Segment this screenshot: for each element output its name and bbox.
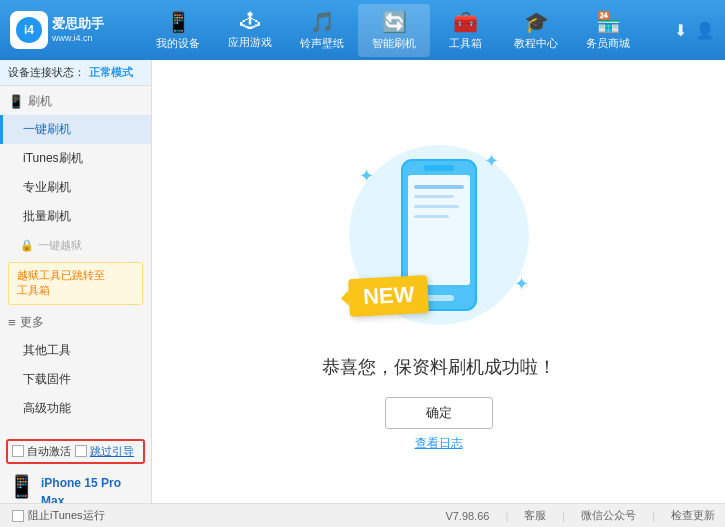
svg-rect-3: [408, 175, 470, 285]
store-nav-icon: 🏪: [596, 10, 621, 34]
guide-skip-checkbox-label[interactable]: 跳过引导: [75, 444, 134, 459]
status-bar: 设备连接状态： 正常模式: [0, 60, 151, 86]
new-badge: NEW: [348, 275, 429, 317]
sparkle-icon-2: ✦: [484, 150, 499, 172]
nav-smart-flash[interactable]: 🔄 智能刷机: [358, 4, 430, 57]
block-itunes-checkbox[interactable]: [12, 510, 24, 522]
footer-customer-service[interactable]: 客服: [524, 508, 546, 523]
footer-check-update[interactable]: 检查更新: [671, 508, 715, 523]
block-itunes-label[interactable]: 阻止iTunes运行: [10, 505, 107, 526]
device-phone-icon: 📱: [8, 474, 35, 500]
svg-rect-7: [414, 195, 454, 198]
tutorial-nav-label: 教程中心: [514, 36, 558, 51]
account-button[interactable]: 👤: [695, 21, 715, 40]
auto-buttons-group: 自动激活 跳过引导: [6, 439, 145, 464]
more-section-icon: ≡: [8, 315, 16, 330]
store-nav-label: 务员商城: [586, 36, 630, 51]
footer-version: V7.98.66: [445, 510, 489, 522]
sidebar-more-section: ≡ 更多 其他工具 下载固件 高级功能: [0, 309, 151, 423]
sidebar-jailbreak-section: 🔒 一键越狱 越狱工具已跳转至工具箱: [0, 233, 151, 305]
nav-store[interactable]: 🏪 务员商城: [572, 4, 644, 57]
ringtone-nav-icon: 🎵: [310, 10, 335, 34]
footer-wechat[interactable]: 微信公众号: [581, 508, 636, 523]
device-nav-label: 我的设备: [156, 36, 200, 51]
sidebar-more-header: ≡ 更多: [0, 309, 151, 336]
sparkle-icon-1: ✦: [359, 165, 374, 187]
logo-text: 爱思助手 www.i4.cn: [52, 16, 104, 45]
nav-bar: 📱 我的设备 🕹 应用游戏 🎵 铃声壁纸 🔄 智能刷机 🧰 工具箱 🎓 教程中心…: [120, 4, 666, 57]
flash-nav-label: 智能刷机: [372, 36, 416, 51]
nav-toolbox[interactable]: 🧰 工具箱: [430, 4, 500, 57]
sidebar: 设备连接状态： 正常模式 📱 刷机 一键刷机 iTunes刷机 专业刷机 批量刷…: [0, 60, 152, 527]
lock-icon: 🔒: [20, 239, 34, 252]
success-message: 恭喜您，保资料刷机成功啦！: [322, 355, 556, 379]
sidebar-item-batch-flash[interactable]: 批量刷机: [0, 202, 151, 231]
flash-section-label: 刷机: [28, 93, 52, 110]
toolbox-nav-icon: 🧰: [453, 10, 478, 34]
main-layout: 设备连接状态： 正常模式 📱 刷机 一键刷机 iTunes刷机 专业刷机 批量刷…: [0, 60, 725, 527]
sidebar-jailbreak-header: 🔒 一键越狱: [0, 233, 151, 258]
nav-ringtone[interactable]: 🎵 铃声壁纸: [286, 4, 358, 57]
flash-section-icon: 📱: [8, 94, 24, 109]
sidebar-item-itunes-flash[interactable]: iTunes刷机: [0, 144, 151, 173]
sidebar-item-download-firmware[interactable]: 下载固件: [0, 365, 151, 394]
footer: 阻止iTunes运行 V7.98.66 | 客服 | 微信公众号 | 检查更新: [0, 503, 725, 527]
svg-rect-6: [414, 185, 464, 189]
toolbox-nav-label: 工具箱: [449, 36, 482, 51]
guide-skip-label: 跳过引导: [90, 444, 134, 459]
content-area: ✦ ✦ ✦ NEW: [152, 60, 725, 527]
sidebar-flash-header: 📱 刷机: [0, 88, 151, 115]
header: i4 爱思助手 www.i4.cn 📱 我的设备 🕹 应用游戏 🎵 铃声壁纸 🔄…: [0, 0, 725, 60]
app-nav-label: 应用游戏: [228, 35, 272, 50]
device-nav-icon: 📱: [166, 10, 191, 34]
nav-app-game[interactable]: 🕹 应用游戏: [214, 4, 286, 57]
svg-rect-5: [424, 165, 454, 171]
header-right: ⬇ 👤: [674, 21, 715, 40]
app-nav-icon: 🕹: [240, 10, 260, 33]
logo-icon: i4: [10, 11, 48, 49]
download-button[interactable]: ⬇: [674, 21, 687, 40]
sidebar-item-pro-flash[interactable]: 专业刷机: [0, 173, 151, 202]
illustration: ✦ ✦ ✦ NEW: [339, 135, 539, 335]
nav-my-device[interactable]: 📱 我的设备: [142, 4, 214, 57]
tutorial-nav-icon: 🎓: [524, 10, 549, 34]
logo-area: i4 爱思助手 www.i4.cn: [10, 11, 120, 49]
svg-text:i4: i4: [24, 23, 34, 37]
svg-rect-9: [414, 215, 449, 218]
jailbreak-warning: 越狱工具已跳转至工具箱: [8, 262, 143, 305]
view-log-link[interactable]: 查看日志: [415, 435, 463, 452]
auto-activate-checkbox-label[interactable]: 自动激活: [12, 444, 71, 459]
confirm-button[interactable]: 确定: [385, 397, 493, 429]
auto-activate-checkbox[interactable]: [12, 445, 24, 457]
flash-nav-icon: 🔄: [382, 10, 407, 34]
ringtone-nav-label: 铃声壁纸: [300, 36, 344, 51]
guide-skip-checkbox[interactable]: [75, 445, 87, 457]
sparkle-icon-3: ✦: [514, 273, 529, 295]
sidebar-flash-section: 📱 刷机 一键刷机 iTunes刷机 专业刷机 批量刷机: [0, 88, 151, 231]
sidebar-item-advanced[interactable]: 高级功能: [0, 394, 151, 423]
more-section-label: 更多: [20, 314, 44, 331]
auto-activate-label: 自动激活: [27, 444, 71, 459]
status-label: 设备连接状态：: [8, 65, 85, 80]
sidebar-item-one-key-flash[interactable]: 一键刷机: [0, 115, 151, 144]
sidebar-item-other-tools[interactable]: 其他工具: [0, 336, 151, 365]
status-value: 正常模式: [89, 65, 133, 80]
nav-tutorial[interactable]: 🎓 教程中心: [500, 4, 572, 57]
svg-rect-8: [414, 205, 459, 208]
